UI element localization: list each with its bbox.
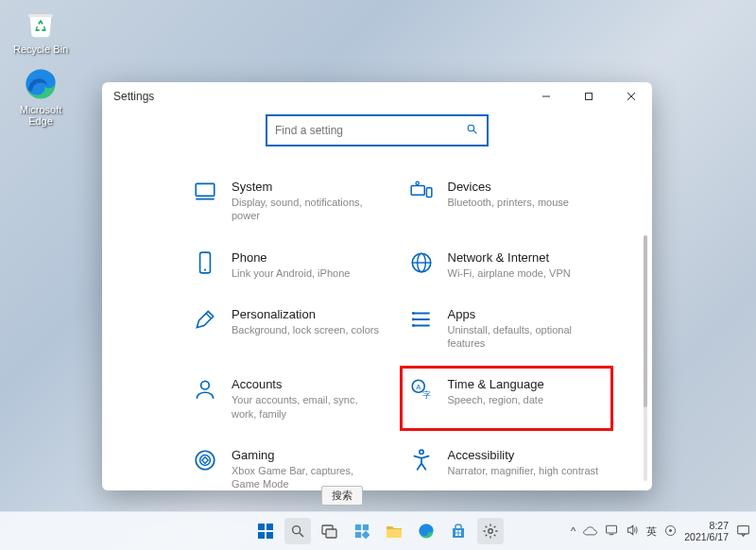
titlebar: Settings xyxy=(102,82,652,111)
category-time-language[interactable]: Time & LanguageSpeech, region, date xyxy=(401,367,613,430)
svg-point-28 xyxy=(669,529,672,532)
svg-rect-2 xyxy=(585,94,592,100)
minimize-button[interactable] xyxy=(524,82,567,111)
scrollbar[interactable] xyxy=(644,235,647,481)
category-system[interactable]: SystemDisplay, sound, notifications, pow… xyxy=(192,179,389,223)
svg-rect-22 xyxy=(455,534,458,537)
category-desc: Your accounts, email, sync, work, family xyxy=(232,393,383,421)
category-accounts[interactable]: AccountsYour accounts, email, sync, work… xyxy=(192,376,389,421)
settings-categories: SystemDisplay, sound, notifications, pow… xyxy=(102,160,652,490)
start-button[interactable] xyxy=(252,518,279,544)
category-desc: Narrator, magnifier, high contrast xyxy=(448,464,599,477)
category-desc: Background, lock screen, colors xyxy=(232,323,379,336)
task-view-button[interactable] xyxy=(317,518,343,544)
widgets-icon xyxy=(354,524,369,539)
category-desc: Display, sound, notifications, power xyxy=(232,196,383,223)
phone-icon xyxy=(192,249,218,276)
category-title: Gaming xyxy=(232,448,383,462)
category-accessibility[interactable]: AccessibilityNarrator, magnifier, high c… xyxy=(408,447,606,490)
clock-date: 2021/6/17 xyxy=(684,531,729,542)
tray-chevron-icon[interactable]: ^ xyxy=(571,525,576,537)
category-title: Apps xyxy=(448,307,599,321)
edge-icon xyxy=(23,66,59,102)
svg-rect-7 xyxy=(258,524,265,530)
category-gaming[interactable]: GamingXbox Game Bar, captures, Game Mode xyxy=(192,447,389,490)
category-title: Time & Language xyxy=(448,377,544,391)
svg-line-12 xyxy=(300,533,303,537)
accessibility-icon xyxy=(408,447,435,473)
maximize-icon xyxy=(584,92,593,101)
svg-rect-15 xyxy=(355,524,361,530)
category-title: Accessibility xyxy=(448,448,599,462)
category-title: Phone xyxy=(232,250,350,265)
settings-window: Settings SystemDisplay, sound, notificat… xyxy=(102,82,652,490)
svg-rect-18 xyxy=(362,531,369,539)
svg-rect-29 xyxy=(738,525,749,533)
windows-icon xyxy=(257,523,274,540)
svg-rect-10 xyxy=(266,532,273,539)
svg-point-11 xyxy=(293,526,301,534)
notifications-button[interactable] xyxy=(736,524,750,540)
category-desc: Uninstall, defaults, optional features xyxy=(448,323,599,351)
category-title: Network & Internet xyxy=(448,250,571,265)
svg-point-24 xyxy=(489,529,493,534)
minimize-icon xyxy=(541,92,551,101)
svg-rect-25 xyxy=(607,525,617,533)
desktop-icon-label: Recycle Bin xyxy=(8,43,74,55)
taskbar-center xyxy=(252,518,504,544)
category-desc: Speech, region, date xyxy=(448,393,544,406)
time-language-icon xyxy=(408,376,435,403)
system-icon xyxy=(192,179,218,205)
maximize-button[interactable] xyxy=(567,82,610,111)
store-icon xyxy=(450,523,467,540)
close-icon xyxy=(627,92,636,101)
network-icon[interactable] xyxy=(605,524,618,539)
scrollbar-thumb[interactable] xyxy=(644,235,647,407)
category-desc: Wi-Fi, airplane mode, VPN xyxy=(448,266,571,280)
svg-rect-9 xyxy=(258,532,265,539)
folder-icon xyxy=(386,524,403,539)
window-controls xyxy=(524,82,652,111)
category-phone[interactable]: PhoneLink your Android, iPhone xyxy=(192,249,389,280)
desktop-icon-recycle-bin[interactable]: Recycle Bin xyxy=(8,6,74,55)
search-box[interactable] xyxy=(266,114,489,146)
volume-icon[interactable] xyxy=(626,524,639,539)
widgets-button[interactable] xyxy=(349,518,375,544)
category-devices[interactable]: DevicesBluetooth, printers, mouse xyxy=(408,179,606,223)
svg-rect-16 xyxy=(363,524,369,530)
category-network[interactable]: Network & InternetWi-Fi, airplane mode, … xyxy=(408,249,606,280)
category-personalization[interactable]: PersonalizationBackground, lock screen, … xyxy=(192,306,389,351)
taskbar: ^ 英 8:27 2021/6/17 xyxy=(0,511,756,550)
search-icon xyxy=(462,123,487,138)
ime-mode-icon[interactable] xyxy=(664,524,677,539)
svg-rect-23 xyxy=(459,534,462,537)
svg-line-6 xyxy=(473,130,476,133)
desktop-icon-edge[interactable]: Microsoft Edge xyxy=(8,66,74,127)
category-title: System xyxy=(232,180,383,194)
window-title: Settings xyxy=(113,90,524,103)
svg-rect-17 xyxy=(355,532,361,538)
edge-button[interactable] xyxy=(413,518,439,544)
recycle-bin-icon xyxy=(23,6,59,42)
desktop-icon-label: Microsoft Edge xyxy=(8,104,74,127)
ime-indicator[interactable]: 英 xyxy=(646,524,657,539)
taskbar-search-button[interactable] xyxy=(284,518,311,544)
taskbar-tooltip: 搜索 xyxy=(321,486,363,506)
category-apps[interactable]: AppsUninstall, defaults, optional featur… xyxy=(408,306,606,351)
settings-taskbar-button[interactable] xyxy=(477,518,504,544)
network-icon xyxy=(408,249,435,276)
explorer-button[interactable] xyxy=(381,518,407,544)
clock-time: 8:27 xyxy=(684,520,729,531)
search-row xyxy=(102,111,652,160)
gaming-icon xyxy=(192,447,218,473)
task-view-icon xyxy=(321,523,338,540)
clock[interactable]: 8:27 2021/6/17 xyxy=(684,520,729,542)
search-icon xyxy=(290,524,305,539)
close-button[interactable] xyxy=(610,82,652,111)
personalization-icon xyxy=(192,306,218,333)
store-button[interactable] xyxy=(445,518,472,544)
onedrive-icon[interactable] xyxy=(583,525,597,538)
search-input[interactable] xyxy=(267,124,462,137)
svg-rect-20 xyxy=(455,530,458,533)
svg-rect-8 xyxy=(266,524,273,530)
